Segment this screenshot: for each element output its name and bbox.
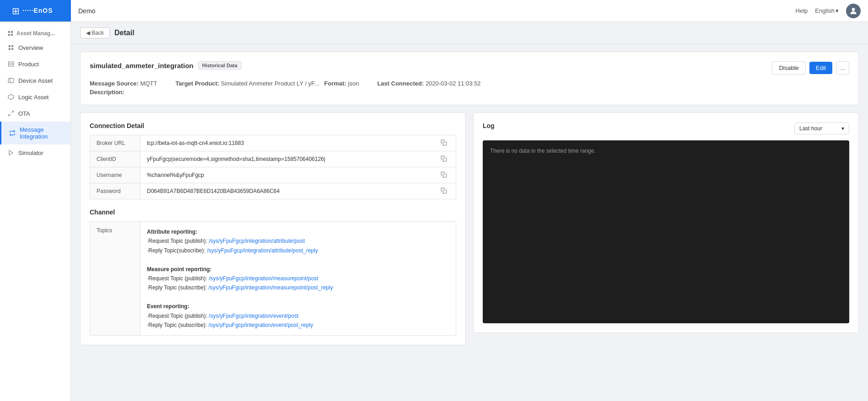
svg-line-16 — [11, 111, 13, 113]
svg-rect-5 — [11, 34, 13, 36]
sidebar-item-ota[interactable]: OTA — [0, 105, 70, 122]
sidebar-item-logic-asset[interactable]: Logic Asset — [0, 89, 70, 105]
edit-button[interactable]: Edit — [809, 62, 832, 74]
sidebar-item-overview[interactable]: Overview — [0, 39, 70, 56]
conn-label: Password — [90, 183, 140, 199]
log-time-dropdown[interactable]: Last hour ▾ — [794, 123, 849, 134]
layout: Asset Manag... Overview Product Device A… — [0, 22, 868, 401]
device-asset-icon — [7, 77, 15, 84]
integration-name: simulated_ammeter_integration Historical… — [90, 61, 242, 70]
connection-row: Broker URL tcp://beta-iot-as-mqtt-cn4.en… — [90, 135, 456, 151]
topbar-right: Help English ▾ — [796, 4, 868, 18]
page-header: ◀ Back Detail — [71, 22, 868, 44]
product-icon — [7, 60, 15, 68]
copy-button[interactable] — [432, 151, 456, 167]
connection-table: Broker URL tcp://beta-iot-as-mqtt-cn4.en… — [90, 135, 456, 199]
integration-card: simulated_ammeter_integration Historical… — [80, 52, 859, 105]
target-product: Target Product: Simulated Ammeter Produc… — [175, 80, 359, 87]
log-card: Log Last hour ▾ There is no data in the … — [473, 112, 859, 333]
app-title: Demo — [78, 7, 95, 15]
sidebar-item-message-integration[interactable]: Message Integration — [0, 122, 70, 144]
two-col-section: Connection Detail Broker URL tcp://beta-… — [80, 112, 859, 353]
connection-title: Connection Detail — [90, 122, 456, 129]
overview-icon — [7, 44, 15, 51]
conn-label: Broker URL — [90, 135, 140, 151]
disable-button[interactable]: Disable — [772, 61, 805, 75]
svg-text:·····EnOS: ·····EnOS — [22, 7, 53, 14]
svg-line-17 — [9, 114, 11, 116]
content-area: simulated_ammeter_integration Historical… — [71, 44, 868, 360]
svg-rect-13 — [8, 78, 14, 82]
page-title: Detail — [114, 29, 135, 37]
svg-marker-15 — [8, 94, 14, 100]
svg-rect-6 — [9, 45, 11, 47]
sidebar-section-header: Asset Manag... — [0, 26, 70, 39]
svg-rect-22 — [443, 190, 447, 193]
enos-logo: ·····EnOS — [22, 5, 59, 16]
connection-card: Connection Detail Broker URL tcp://beta-… — [80, 112, 466, 345]
conn-value: yFpuFgcp|securemode=4,signmethod=sha1,ti… — [140, 151, 432, 167]
simulator-icon — [7, 149, 15, 156]
svg-point-1 — [852, 8, 855, 11]
log-title: Log — [483, 122, 495, 129]
main-content: ◀ Back Detail simulated_ammeter_integrat… — [71, 22, 868, 401]
copy-button[interactable] — [432, 135, 456, 151]
channel-section: Channel Topics Attribute reporting:·Requ… — [90, 209, 456, 336]
log-header: Log Last hour ▾ — [483, 122, 849, 135]
copy-button[interactable] — [432, 183, 456, 199]
integration-meta: Message Source: MQTT Target Product: Sim… — [90, 80, 849, 87]
historical-data-badge[interactable]: Historical Data — [198, 61, 242, 70]
svg-rect-7 — [11, 45, 13, 47]
conn-label: ClientID — [90, 151, 140, 167]
svg-rect-4 — [8, 34, 10, 36]
connection-row: ClientID yFpuFgcp|securemode=4,signmetho… — [90, 151, 456, 167]
svg-rect-10 — [9, 62, 14, 67]
left-column: Connection Detail Broker URL tcp://beta-… — [80, 112, 466, 353]
conn-value: tcp://beta-iot-as-mqtt-cn4.eniot.io:1188… — [140, 135, 432, 151]
svg-rect-21 — [443, 174, 447, 177]
user-avatar[interactable] — [846, 4, 861, 18]
apps-icon[interactable]: ⊞ — [12, 5, 20, 16]
log-area: There is no data in the selected time ra… — [483, 140, 849, 323]
ota-icon — [7, 110, 15, 117]
more-button[interactable]: ... — [836, 61, 849, 75]
svg-rect-2 — [8, 31, 10, 33]
log-empty-message: There is no data in the selected time ra… — [490, 148, 596, 154]
message-source: Message Source: MQTT — [90, 80, 157, 87]
svg-rect-20 — [443, 158, 447, 161]
integration-description: Description: — [90, 89, 849, 96]
logic-asset-icon — [7, 93, 15, 101]
sidebar: Asset Manag... Overview Product Device A… — [0, 22, 71, 401]
channel-label: Topics — [90, 222, 140, 336]
topbar: ⊞ ·····EnOS Demo Help English ▾ — [0, 0, 868, 22]
channel-value: Attribute reporting:·Request Topic (publ… — [140, 222, 456, 336]
svg-rect-19 — [443, 142, 447, 145]
message-integration-icon — [9, 129, 16, 137]
svg-rect-8 — [9, 48, 11, 50]
logo-area: ⊞ ·····EnOS — [0, 0, 71, 21]
conn-value: %channel%&yFpuFgcp — [140, 167, 432, 183]
sidebar-item-product[interactable]: Product — [0, 56, 70, 72]
last-connected: Last Connected: 2020-03-02 11:03:52 — [377, 80, 480, 87]
channel-row: Topics Attribute reporting:·Request Topi… — [90, 222, 456, 336]
language-selector[interactable]: English ▾ — [815, 7, 839, 14]
integration-actions: Disable Edit ... — [772, 61, 849, 75]
connection-row: Password D064B91A7B6D487BE6D1420BAB43659… — [90, 183, 456, 199]
channel-title: Channel — [90, 209, 456, 216]
svg-rect-3 — [11, 31, 13, 33]
integration-header: simulated_ammeter_integration Historical… — [90, 61, 849, 75]
conn-label: Username — [90, 167, 140, 183]
svg-rect-9 — [11, 48, 13, 50]
sidebar-item-simulator[interactable]: Simulator — [0, 144, 70, 161]
copy-button[interactable] — [432, 167, 456, 183]
help-link[interactable]: Help — [796, 7, 808, 14]
conn-value: D064B91A7B6D487BE6D1420BAB43659DA6A86C64 — [140, 183, 432, 199]
right-column: Log Last hour ▾ There is no data in the … — [473, 112, 859, 353]
back-button[interactable]: ◀ Back — [80, 27, 110, 38]
channel-table: Topics Attribute reporting:·Request Topi… — [90, 221, 456, 336]
sidebar-item-device-asset[interactable]: Device Asset — [0, 72, 70, 89]
connection-row: Username %channel%&yFpuFgcp — [90, 167, 456, 183]
svg-marker-18 — [9, 150, 13, 155]
